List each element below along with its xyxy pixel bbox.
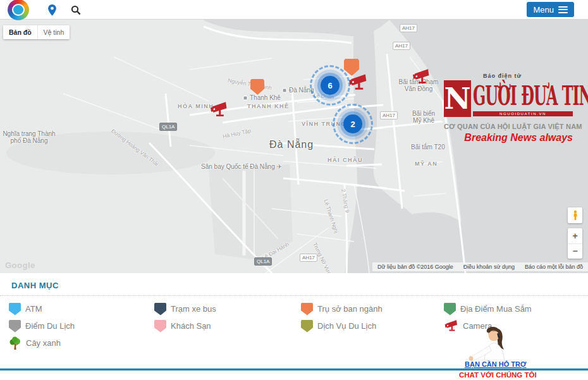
train-station-icon <box>243 95 248 101</box>
route-badge-ql1a: QL1A <box>159 123 177 131</box>
route-badge-ah17: AH17 <box>300 254 317 262</box>
legend-item-tourist-spot[interactable]: Điểm Du Lịch <box>9 319 154 333</box>
footer-divider-line <box>0 368 588 371</box>
news-agency-line: CƠ QUAN CỦA HỘI LUẬT GIA VIỆT NAM <box>444 123 573 130</box>
legend-item-tourism-service[interactable]: Dịch Vụ Du Lịch <box>301 319 444 333</box>
search-icon[interactable] <box>70 4 82 16</box>
atm-pin-icon <box>9 303 21 316</box>
legend-item-hotel[interactable]: Khách Sạn <box>154 319 301 333</box>
camera-marker-3[interactable] <box>412 69 431 87</box>
route-badge-ah17: AH17 <box>393 42 410 50</box>
map-attribution: Dữ liệu bản đồ ©2016 Google Điều khoản s… <box>372 262 588 271</box>
page: Menu <box>0 0 588 380</box>
menu-button[interactable]: Menu <box>527 2 574 17</box>
street-view-pegman-button[interactable] <box>568 207 582 223</box>
top-bar: Menu <box>0 0 588 20</box>
legend-item-camera[interactable]: Camera <box>444 319 588 333</box>
tourist-spot-pin-icon <box>9 320 21 333</box>
district-label-my-an: MỸ AN <box>415 161 438 167</box>
zoom-in-button[interactable]: + <box>568 228 582 244</box>
terms-link[interactable]: Điều khoản sử dụng <box>463 264 515 270</box>
zoom-control: + − <box>568 228 582 259</box>
route-badge-ql1a: QL1A <box>254 257 272 266</box>
route-badge-ah17: AH17 <box>400 24 417 32</box>
camera-marker-2[interactable] <box>348 74 368 94</box>
camera-icon <box>444 320 458 332</box>
route-badge-ah17: AH17 <box>380 111 398 120</box>
city-label: Đà Nẵng <box>269 139 314 150</box>
news-kicker: Báo điện tử <box>483 73 573 79</box>
pegman-icon <box>572 210 579 221</box>
district-label-thanh-khe: THANH KHÊ <box>247 103 290 109</box>
map-area[interactable]: Bản đồ Vệ tinh HÒA MINH THANH KHÊ VĨNH T… <box>0 19 588 273</box>
legend-title: DANH MỤC <box>11 281 588 290</box>
airport-icon: ✈ <box>277 163 282 170</box>
shopping-pin-icon <box>444 303 456 316</box>
camera-marker-1[interactable] <box>209 102 228 120</box>
station-label-da-nang: Đà Nẵng <box>282 87 314 94</box>
news-domain-strip: NGUOIDUATIN.VN <box>473 111 573 116</box>
beach-label-t20: Bãi tắm T20 <box>411 144 445 150</box>
cemetery-label: Nghĩa trang Thành phố Đà Nẵng <box>0 130 58 144</box>
legend-item-government-office[interactable]: Trụ sở ban ngành <box>301 302 444 316</box>
tree-icon <box>9 336 21 350</box>
site-logo[interactable] <box>8 0 29 20</box>
tourism-service-pin-icon <box>301 320 313 333</box>
cluster-marker-6[interactable]: 6 <box>321 76 340 95</box>
airport-label: Sân bay Quốc tế Đà Nẵng ✈ <box>201 163 282 170</box>
dotted-divider <box>0 295 588 296</box>
map-copyright: Dữ liệu bản đồ ©2016 Google <box>377 264 453 270</box>
news-title: GƯỜI ĐƯA TIN <box>473 80 568 111</box>
station-label-thanh-khe: Thanh Khê <box>243 94 281 101</box>
legend-item-atm[interactable]: ATM <box>9 302 154 316</box>
satellite-type-button[interactable]: Vệ tinh <box>38 25 70 39</box>
hotel-pin-icon <box>154 320 166 333</box>
beach-label-my-khe: Bãi biển Mỹ Khê <box>408 110 439 124</box>
bus-stop-pin-icon <box>154 303 166 316</box>
map-type-control: Bản đồ Vệ tinh <box>3 25 70 39</box>
hamburger-icon <box>558 4 568 15</box>
chat-with-us-link[interactable]: CHAT VỚI CHÚNG TÔI <box>459 371 537 379</box>
menu-button-label: Menu <box>533 5 554 15</box>
news-logo-overlay: Báo điện tử N GƯỜI ĐƯA TIN NGUOIDUATIN.V… <box>444 73 573 144</box>
government-office-pin-icon <box>301 303 313 316</box>
legend-item-shopping[interactable]: Địa Điểm Mua Sắm <box>444 302 588 316</box>
location-pin-icon[interactable] <box>46 4 58 16</box>
cluster-marker-2[interactable]: 2 <box>343 114 362 133</box>
district-label-hai-chau: HẢI CHÂU <box>328 157 363 163</box>
news-initial: N <box>444 80 471 117</box>
map-type-button[interactable]: Bản đồ <box>3 25 38 39</box>
legend-item-tree[interactable]: Cây xanh <box>9 336 154 350</box>
report-error-link[interactable]: Báo cáo một lỗi bản đồ <box>525 264 583 270</box>
train-station-icon <box>282 88 287 93</box>
news-slogan: Breaking News always <box>444 132 573 144</box>
need-help-link[interactable]: BẠN CẦN HỖ TRỢ <box>465 360 526 368</box>
google-watermark: Google <box>5 260 35 270</box>
district-label-hoa-minh: HÒA MINH <box>178 103 214 109</box>
legend-item-bus-stop[interactable]: Trạm xe bus <box>154 302 301 316</box>
zoom-out-button[interactable]: − <box>568 244 582 259</box>
